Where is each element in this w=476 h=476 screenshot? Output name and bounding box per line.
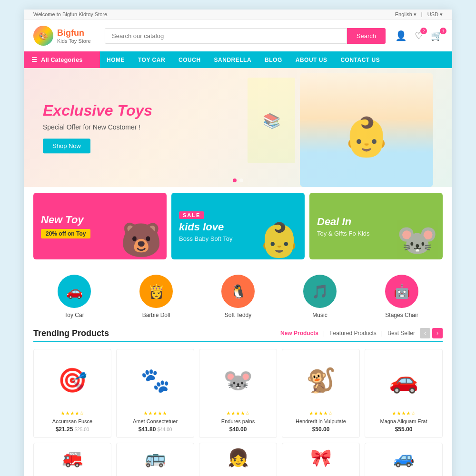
product-card-9[interactable]: 🎀 — [282, 443, 360, 476]
product-name-5: Magna Aliquam Erat — [370, 418, 437, 424]
product-name-2: Amet Consectetuer — [121, 418, 189, 424]
product-name-1: Accumsan Fusce — [39, 418, 106, 424]
promo-green-icon: 🐭 — [397, 220, 438, 259]
product-price-1: $21.25 $25.00 — [39, 426, 106, 433]
product-price-2: $41.80 $44.00 — [121, 426, 189, 433]
product-card-6[interactable]: 🚒 — [33, 443, 111, 476]
hero-content: Exclusive Toys Special Offer for New Cos… — [43, 101, 152, 153]
product-card-8[interactable]: 👧 — [199, 443, 277, 476]
promo-sale-badge: SALE — [179, 211, 204, 219]
category-music[interactable]: 🎵 Music — [303, 275, 337, 318]
cat-teddy-icon: 🐧 — [221, 275, 255, 308]
filter-featured[interactable]: Featured Products — [329, 330, 377, 337]
dot-2[interactable] — [239, 178, 243, 182]
product-img-9: 🎀 — [287, 448, 355, 468]
cart-icon[interactable]: 🛒 1 — [431, 30, 443, 41]
logo[interactable]: 🎨 Bigfun Kids Toy Store — [33, 26, 95, 46]
nav-toycar[interactable]: TOY CAR — [131, 52, 172, 68]
next-arrow[interactable]: › — [432, 328, 443, 338]
hero-subtitle: Special Offer for New Costomer ! — [43, 124, 152, 131]
cat-music-label: Music — [312, 312, 327, 318]
promo-pink-title: New Toy — [41, 214, 90, 226]
search-button[interactable]: Search — [347, 28, 386, 44]
promo-pink-icon: 🐻 — [120, 220, 162, 259]
cat-teddy-label: Soft Teddy — [225, 312, 251, 318]
header: 🎨 Bigfun Kids Toy Store Search 👤 ♡ 2 🛒 1 — [24, 20, 452, 51]
nav-home[interactable]: HOME — [100, 52, 131, 68]
product-img-8: 👧 — [204, 448, 272, 468]
cat-chair-label: Stages Chair — [385, 312, 418, 318]
language-selector[interactable]: English ▾ — [395, 11, 416, 18]
product-price-4: $50.00 — [287, 426, 355, 433]
product-img-4: 🐒 — [287, 354, 355, 407]
trending-header: Trending Products New Products | Feature… — [33, 328, 443, 342]
product-img-2: 🐾 — [121, 354, 189, 407]
products-grid: 🎯 ★★★★☆ Accumsan Fusce $21.25 $25.00 🐾 ★… — [33, 349, 443, 438]
nav-links: HOME TOY CAR COUCH SANDRELLA BLOG ABOUT … — [100, 51, 387, 68]
category-chair[interactable]: 🤖 Stages Chair — [385, 275, 418, 318]
cat-toycar-icon: 🚗 — [58, 275, 91, 308]
search-input[interactable] — [105, 28, 347, 44]
menu-icon: ☰ — [31, 56, 37, 63]
product-card-4[interactable]: 🐒 ★★★★☆ Hendrerit in Vulputate $50.00 — [282, 349, 360, 438]
account-icon[interactable]: 👤 — [395, 30, 407, 41]
top-bar: Welcome to Bigfun Kidtoy Store. English … — [24, 10, 452, 20]
trending-filters: New Products | Featured Products | Best … — [280, 328, 443, 338]
product-card-7[interactable]: 🚌 — [116, 443, 194, 476]
filter-new-products[interactable]: New Products — [280, 330, 318, 337]
promo-pink-badge: 20% off on Toy — [41, 229, 90, 238]
hero-dots — [233, 178, 243, 182]
nav-about[interactable]: ABOUT US — [289, 52, 334, 68]
trending-title: Trending Products — [33, 328, 109, 338]
cat-music-icon: 🎵 — [303, 275, 337, 308]
logo-name: Bigfun — [57, 28, 91, 38]
promo-row: New Toy 20% off on Toy 🐻 SALE kids love … — [24, 187, 452, 265]
page-wrapper: Welcome to Bigfun Kidtoy Store. English … — [24, 10, 452, 476]
promo-deal[interactable]: Deal In Toy & Gifts Fo Kids 🐭 — [309, 193, 443, 259]
product-stars-5: ★★★★☆ — [370, 410, 437, 416]
wishlist-icon[interactable]: ♡ 2 — [415, 30, 423, 41]
nav-contact[interactable]: CONTACT US — [334, 52, 387, 68]
products-grid-2: 🚒 🚌 👧 🎀 🚙 — [33, 443, 443, 476]
product-price-3: $40.00 — [204, 426, 272, 433]
product-stars-1: ★★★★☆ — [39, 410, 106, 416]
product-img-1: 🎯 — [39, 354, 106, 407]
search-bar: Search — [105, 28, 386, 44]
hero-banner: 👶 📚 Exclusive Toys Special Offer for New… — [24, 68, 452, 187]
promo-kids-love[interactable]: SALE kids love Boss Baby Soft Toy 👶 — [171, 193, 305, 259]
dot-1[interactable] — [233, 178, 237, 182]
product-img-10: 🚙 — [370, 448, 437, 468]
category-barbie[interactable]: 👸 Barbie Doll — [139, 275, 173, 318]
currency-selector[interactable]: USD ▾ — [427, 11, 443, 18]
product-price-5: $55.00 — [370, 426, 437, 433]
shop-now-button[interactable]: Shop Now — [43, 139, 90, 154]
logo-subtitle: Kids Toy Store — [57, 38, 91, 44]
product-img-5: 🚗 — [370, 354, 437, 407]
prev-arrow[interactable]: ‹ — [420, 328, 430, 338]
product-img-7: 🚌 — [121, 448, 189, 468]
nav-couch[interactable]: COUCH — [172, 52, 208, 68]
filter-bestseller[interactable]: Best Seller — [387, 330, 415, 337]
product-card-1[interactable]: 🎯 ★★★★☆ Accumsan Fusce $21.25 $25.00 — [33, 349, 111, 438]
nav-blog[interactable]: BLOG — [258, 52, 289, 68]
all-categories-btn[interactable]: ☰ All Categories — [24, 51, 100, 68]
main-nav: ☰ All Categories HOME TOY CAR COUCH SAND… — [24, 51, 452, 68]
category-teddy[interactable]: 🐧 Soft Teddy — [221, 275, 255, 318]
product-card-10[interactable]: 🚙 — [365, 443, 443, 476]
product-card-2[interactable]: 🐾 ★★★★★ Amet Consectetuer $41.80 $44.00 — [116, 349, 194, 438]
product-card-3[interactable]: 🐭 ★★★★☆ Endures pains $40.00 — [199, 349, 277, 438]
product-stars-3: ★★★★☆ — [204, 410, 272, 416]
product-name-3: Endures pains — [204, 418, 272, 424]
nav-sandrella[interactable]: SANDRELLA — [208, 52, 258, 68]
promo-new-toy[interactable]: New Toy 20% off on Toy 🐻 — [33, 193, 167, 259]
promo-cyan-subtitle: Boss Baby Soft Toy — [179, 235, 233, 242]
product-stars-2: ★★★★★ — [121, 410, 189, 416]
logo-icon: 🎨 — [33, 26, 53, 46]
product-card-5[interactable]: 🚗 ★★★★☆ Magna Aliquam Erat $55.00 — [365, 349, 443, 438]
promo-green-subtitle: Toy & Gifts Fo Kids — [317, 230, 370, 237]
hero-title: Exclusive Toys — [43, 101, 152, 119]
promo-cyan-icon: 👶 — [258, 220, 300, 259]
category-toycar[interactable]: 🚗 Toy Car — [58, 275, 91, 318]
product-name-4: Hendrerit in Vulputate — [287, 418, 355, 424]
promo-cyan-title: kids love — [179, 221, 233, 233]
